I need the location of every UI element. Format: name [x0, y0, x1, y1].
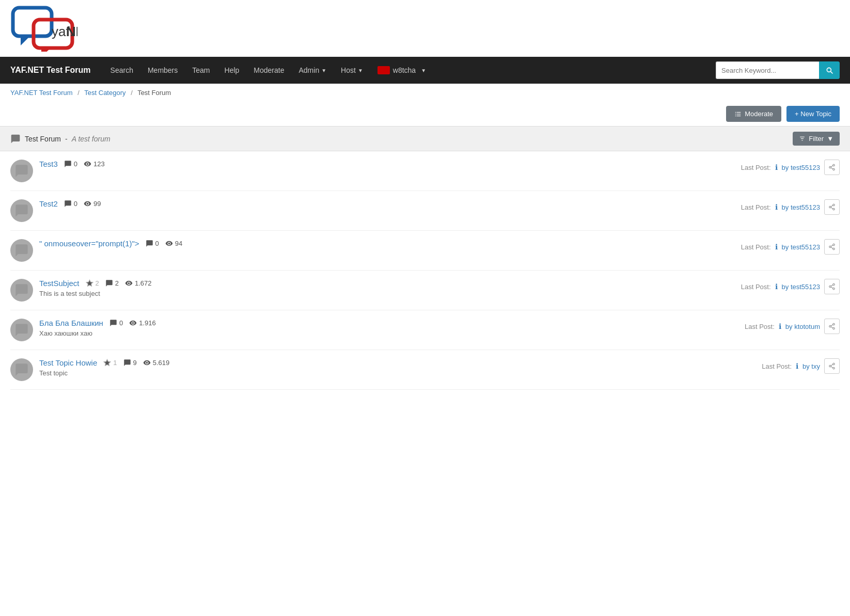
last-post-link[interactable]: by test55123 [782, 283, 820, 291]
topic-icon [10, 279, 33, 302]
last-post-info-button[interactable]: ℹ [775, 282, 778, 291]
last-post-label: Last Post: [741, 203, 771, 211]
topic-stars: 1 [103, 359, 117, 367]
nav-user[interactable]: w8tcha ▼ [370, 57, 433, 84]
topic-meta: Last Post: ℹ by txy [762, 358, 840, 374]
last-post-link[interactable]: by test55123 [782, 164, 820, 171]
topic-replies: 0 [64, 200, 77, 208]
topic-title-link[interactable]: " onmouseover="prompt(1)"> [39, 239, 139, 248]
forum-title-area: Test Forum - A test forum [10, 134, 111, 144]
forum-header-row: Test Forum - A test forum Filter ▼ [0, 126, 850, 151]
search-button[interactable] [819, 61, 840, 79]
share-icon [828, 203, 836, 211]
topic-views: 99 [84, 200, 101, 208]
svg-text:NET: NET [66, 24, 77, 39]
last-post-link[interactable]: by test55123 [782, 243, 820, 251]
share-icon [828, 323, 836, 330]
last-post-label: Last Post: [741, 283, 771, 291]
share-button[interactable] [824, 160, 840, 175]
search-icon [825, 66, 833, 74]
topic-meta: Last Post: ℹ by test55123 [741, 279, 840, 294]
search-area [716, 61, 840, 79]
breadcrumb-link-category[interactable]: Test Category [84, 89, 125, 97]
topic-title-link[interactable]: TestSubject [39, 279, 80, 288]
last-post-link[interactable]: by ktototum [785, 323, 820, 330]
topic-replies: 0 [109, 319, 123, 327]
svg-rect-11 [737, 115, 741, 116]
topic-replies: 9 [123, 359, 137, 367]
share-icon [828, 283, 836, 290]
share-button[interactable] [824, 279, 840, 294]
topic-main: Test Topic Howie 1 9 5.619 Test topic [39, 358, 762, 377]
new-topic-button[interactable]: + New Topic [786, 106, 840, 122]
svg-rect-8 [735, 114, 736, 114]
last-post-info-button[interactable]: ℹ [779, 322, 781, 330]
topic-title-link[interactable]: Test3 [39, 160, 58, 168]
topic-description: This is a test subject [39, 290, 741, 297]
topic-icon [10, 239, 33, 262]
topic-row: Test Topic Howie 1 9 5.619 Test topic La… [10, 350, 840, 390]
topic-main: TestSubject 2 2 1.672 This is a test sub… [39, 279, 741, 297]
last-post-label: Last Post: [762, 362, 792, 370]
filter-icon [799, 135, 806, 142]
topic-main: " onmouseover="prompt(1)"> 0 94 [39, 239, 741, 248]
topic-description: Test topic [39, 369, 762, 377]
topic-icon [10, 358, 33, 381]
nav-help[interactable]: Help [217, 57, 247, 84]
share-button[interactable] [824, 239, 840, 255]
topic-meta: Last Post: ℹ by ktototum [745, 319, 840, 334]
topic-replies: 2 [105, 279, 119, 287]
last-post-info-button[interactable]: ℹ [796, 362, 798, 370]
forum-icon [10, 134, 21, 144]
topic-views: 123 [84, 160, 105, 168]
topic-row: Бла Бла Блашкин 0 1.916 Хаю хаюшки хаю L… [10, 310, 840, 350]
last-post-label: Last Post: [741, 243, 771, 251]
svg-rect-6 [735, 112, 736, 112]
share-button[interactable] [824, 358, 840, 374]
topic-title-link[interactable]: Бла Бла Блашкин [39, 319, 103, 327]
nav-members[interactable]: Members [140, 57, 185, 84]
share-button[interactable] [824, 319, 840, 334]
forum-separator: - [65, 135, 68, 143]
search-input[interactable] [716, 61, 819, 79]
navbar-brand[interactable]: YAF.NET Test Forum [10, 66, 91, 75]
topic-row: Test2 0 99 Last Post: ℹ by test55123 [10, 191, 840, 231]
share-icon [828, 164, 836, 171]
topic-views: 5.619 [143, 359, 170, 367]
navbar: YAF.NET Test Forum Search Members Team H… [0, 57, 850, 84]
last-post-link[interactable]: by txy [802, 362, 820, 370]
topic-title-link[interactable]: Test Topic Howie [39, 358, 97, 367]
nav-admin[interactable]: Admin ▼ [291, 57, 334, 84]
last-post-info-button[interactable]: ℹ [775, 203, 778, 211]
breadcrumb-link-forum[interactable]: YAF.NET Test Forum [10, 89, 73, 97]
topic-main: Test3 0 123 [39, 160, 741, 168]
share-icon [828, 243, 836, 250]
last-post-info-button[interactable]: ℹ [775, 243, 778, 251]
topic-main: Бла Бла Блашкин 0 1.916 Хаю хаюшки хаю [39, 319, 745, 337]
nav-search[interactable]: Search [103, 57, 140, 84]
topic-meta: Last Post: ℹ by test55123 [741, 239, 840, 255]
logo-icon: yaf. NET [10, 5, 77, 52]
topic-title-link[interactable]: Test2 [39, 199, 58, 208]
topic-views: 1.916 [129, 319, 156, 327]
last-post-label: Last Post: [741, 164, 771, 171]
moderate-button[interactable]: Moderate [726, 106, 781, 122]
topic-replies: 0 [64, 160, 77, 168]
nav-team[interactable]: Team [185, 57, 217, 84]
topic-views: 1.672 [125, 279, 152, 287]
topic-row: TestSubject 2 2 1.672 This is a test sub… [10, 271, 840, 310]
topic-icon [10, 319, 33, 341]
topic-list: Test3 0 123 Last Post: ℹ by test55123 [0, 151, 850, 390]
nav-host[interactable]: Host ▼ [334, 57, 370, 84]
svg-rect-10 [735, 115, 736, 116]
topic-stars: 2 [86, 279, 99, 287]
filter-button[interactable]: Filter ▼ [793, 132, 840, 146]
filter-caret-icon: ▼ [827, 135, 833, 143]
last-post-info-button[interactable]: ℹ [775, 163, 778, 171]
last-post-link[interactable]: by test55123 [782, 203, 820, 211]
svg-rect-9 [737, 114, 741, 114]
topic-replies: 0 [146, 240, 159, 247]
nav-moderate[interactable]: Moderate [246, 57, 291, 84]
share-button[interactable] [824, 199, 840, 215]
action-bar: Moderate + New Topic [0, 102, 850, 126]
